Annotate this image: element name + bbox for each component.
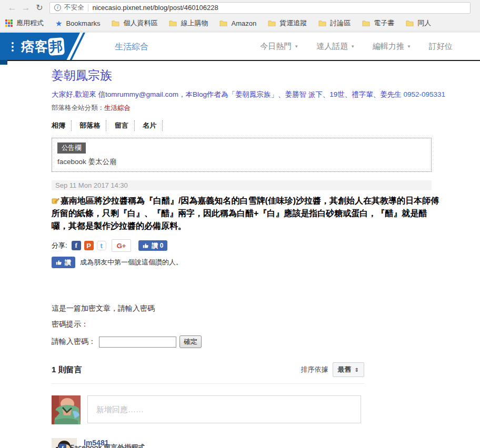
tab-blog[interactable]: 部落格 [74,120,106,131]
share-plurk-icon[interactable]: P [84,241,94,250]
comment-count: 1 則留言 [52,365,82,375]
folder-icon [362,20,370,26]
sort-arrows-icon: ⇕ [355,367,359,373]
password-hint-label: 密碼提示： [52,320,441,329]
announcement-box: 公告欄 facebook 姜太公廟 [52,138,432,172]
announcement-text: facebook 姜太公廟 [57,157,426,167]
thumbs-up-icon [143,242,149,249]
bookmark-label: 線上購物 [181,18,208,28]
share-facebook-icon[interactable]: f [72,241,81,250]
bookmark-folder-forum[interactable]: 討論區 [318,18,351,28]
nav-item-topics[interactable]: 達人話題▼ [316,42,355,52]
chevron-down-icon: ▼ [351,44,355,49]
forward-icon[interactable]: → [19,3,33,13]
nav-item-booking[interactable]: 訂好位 [429,42,453,52]
tab-guestbook[interactable]: 留言 [109,120,135,131]
chevron-down-icon: ▼ [407,44,411,49]
share-row: 分享: f P t G+ 讚 0 [52,239,441,252]
fb-plugin-label[interactable]: Facebook 留言外掛程式 [70,443,145,448]
blog-title[interactable]: 姜朝鳳宗族 [52,67,441,84]
apps-label: 應用程式 [16,18,44,28]
bookmark-label: 貨運追蹤 [279,18,307,28]
sort-control: 排序依據 最舊⇕ [301,362,364,377]
bookmark-bookmarks[interactable]: ★ Bookmarks [55,19,100,27]
new-comment-row [52,395,364,424]
bookmark-label: Bookmarks [66,19,100,27]
password-block: 這是一篇加密文章，請輸入密碼 密碼提示： 請輸入密碼： 確定 [52,304,441,348]
url-separator [88,4,88,12]
browser-toolbar: ← → ↻ i 不安全 nicecasio.pixnet.net/blog/po… [0,0,480,15]
blog-description: 大家好,歡迎來 信tomrummy@gmail.com，本Blog作者為「姜朝鳳… [52,90,441,99]
fb-like-button[interactable]: 讚 [52,257,75,268]
blog-tabs: 相簿 部落格 留言 名片 [52,120,441,131]
bookmark-folder-amazon[interactable]: Amazon [219,19,256,27]
bookmark-folder-shopping[interactable]: 線上購物 [169,18,208,28]
bookmark-folder-tracking[interactable]: 貨運追蹤 [268,18,307,28]
apps-grid-icon [5,19,13,27]
new-comment-input[interactable] [87,395,361,423]
folder-icon [169,20,177,26]
bookmark-label: 個人資料區 [123,18,157,28]
sort-label: 排序依據 [301,365,328,374]
bookmarks-bar: 應用程式 ★ Bookmarks 個人資料區 線上購物 Amazon 貨運追蹤 … [0,15,480,32]
blog-content: 姜朝鳳宗族 大家好,歡迎來 信tomrummy@gmail.com，本Blog作… [52,64,441,448]
post-body: 嘉南地區將沙拉醬稱為『白醋』/因為嘉義知名的白雪牌(佳味珍)沙拉醬，其創始人在其… [52,195,441,232]
facebook-icon: f [59,444,66,448]
nav-category-link[interactable]: 生活綜合 [115,42,148,53]
bookmark-label: 電子書 [374,18,394,28]
share-label: 分享: [52,241,67,250]
nav-menu: 今日熱門▼ 達人話題▼ 編輯力推▼ 訂好位 [260,42,453,52]
password-submit-button[interactable]: 確定 [179,335,202,348]
bookmark-folder-fan[interactable]: 同人 [406,18,431,28]
password-input-label: 請輸入密碼： [52,337,96,347]
fb-comments-header: 1 則留言 排序依據 最舊⇕ [52,362,364,377]
back-icon[interactable]: ← [5,3,19,13]
star-icon: ★ [55,19,62,27]
like-row: 讚 成為朋友中第一個說這個讚的人。 [52,257,441,268]
pixnet-navbar: 痞客邦 生活綜合 今日熱門▼ 達人話題▼ 編輯力推▼ 訂好位 [0,32,480,60]
nav-underline [0,60,480,61]
fb-like-count-button[interactable]: 讚 0 [138,240,167,251]
folder-icon [219,20,227,26]
info-icon[interactable]: i [54,4,61,11]
folder-icon [268,20,276,26]
password-notice: 這是一篇加密文章，請輸入密碼 [52,304,441,313]
share-googleplus-button[interactable]: G+ [112,239,132,252]
tab-profile[interactable]: 名片 [137,120,163,131]
reload-icon[interactable]: ↻ [33,3,46,13]
share-twitter-icon[interactable]: t [97,241,106,250]
pixnet-logo[interactable]: 痞客邦 [0,33,83,60]
folder-icon [112,20,119,26]
password-input[interactable] [99,337,176,348]
fb-plugin-footer: f Facebook 留言外掛程式 [59,443,145,448]
url-text[interactable]: nicecasio.pixnet.net/blog/post/460106228 [93,4,218,12]
password-input-row: 請輸入密碼： 確定 [52,335,441,348]
phone-link[interactable]: 0952-095331 [404,90,446,98]
bookmark-label: 同人 [417,18,431,28]
nav-item-hot[interactable]: 今日熱門▼ [260,42,298,52]
browser-window: ← → ↻ i 不安全 nicecasio.pixnet.net/blog/po… [0,0,480,448]
blog-category-link[interactable]: 生活綜合 [104,104,131,111]
sort-dropdown[interactable]: 最舊⇕ [333,362,364,377]
comments-divider [52,383,364,384]
fb-comments-section: 1 則留言 排序依據 最舊⇕ lm5481 麻煩請整篇文章刪除，不然我必定會維護… [52,362,364,448]
like-prompt: 成為朋友中第一個說這個讚的人。 [80,258,183,267]
memo-icon [52,197,59,205]
folder-icon [406,20,414,26]
thumbs-up-icon [56,259,62,266]
nav-item-editors[interactable]: 編輯力推▼ [373,42,411,52]
menu-dots-icon[interactable] [12,42,14,52]
announcement-badge: 公告欄 [57,142,86,154]
url-bar[interactable]: i 不安全 nicecasio.pixnet.net/blog/post/460… [49,2,471,14]
nav-corner-accent [0,60,7,65]
bookmark-folder-ebook[interactable]: 電子書 [362,18,394,28]
avatar [52,395,81,424]
bookmark-folder-personal[interactable]: 個人資料區 [112,18,157,28]
post-date: Sep 11 Mon 2017 14:30 [52,180,432,190]
apps-shortcut[interactable]: 應用程式 [5,18,44,28]
pixnet-logo-text: 痞客邦 [21,38,64,55]
folder-icon [318,20,326,26]
chevron-down-icon: ▼ [294,44,298,49]
tab-albums[interactable]: 相簿 [52,120,72,131]
blog-category-line: 部落格全站分類：生活綜合 [52,104,441,113]
